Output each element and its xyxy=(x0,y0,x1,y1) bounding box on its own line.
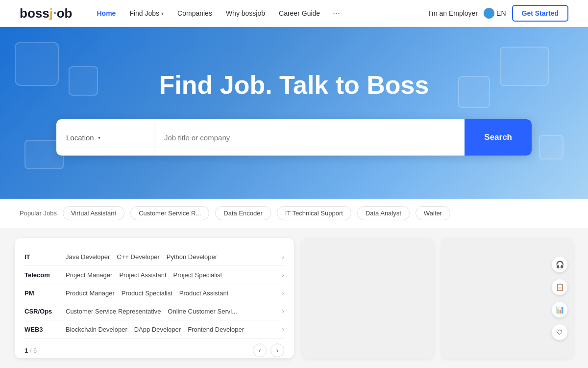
category-link-proj-asst[interactable]: Project Assistant xyxy=(119,271,166,279)
deco-rect-4 xyxy=(458,76,490,108)
category-tag-pm: PM xyxy=(24,289,59,297)
category-row-telecom: Telecom Project Manager Project Assistan… xyxy=(24,266,284,284)
nav-companies[interactable]: Companies xyxy=(172,6,217,20)
globe-icon: 🌐 xyxy=(484,8,494,19)
employer-link[interactable]: I'm an Employer xyxy=(428,9,478,17)
category-tag-csr: CSR/Ops xyxy=(24,308,59,315)
category-link-java[interactable]: Java Developer xyxy=(66,253,110,261)
location-dropdown[interactable]: Location ▾ xyxy=(56,119,154,156)
categories-card: IT Java Developer C++ Developer Python D… xyxy=(15,238,294,358)
popular-jobs-label: Popular Jobs xyxy=(20,210,57,217)
hero-section: Find Job. Talk to Boss Location ▾ Search xyxy=(0,27,588,199)
category-link-prod-mgr[interactable]: Product Manager xyxy=(66,289,115,297)
popular-jobs-bar: Popular Jobs Virtual Assistant Customer … xyxy=(0,199,588,228)
page-indicator: 1 / 6 xyxy=(24,347,37,354)
location-chevron-icon: ▾ xyxy=(98,135,100,140)
category-link-blockchain[interactable]: Blockchain Developer xyxy=(66,326,127,333)
side-icons: 🎧 📋 📊 🛡 xyxy=(552,257,567,340)
category-link-csr-rep[interactable]: Customer Service Representative xyxy=(66,308,161,315)
placeholder-card-1 xyxy=(302,238,434,358)
deco-rect-3 xyxy=(500,47,549,86)
placeholder-card-2: 🎧 📋 📊 🛡 xyxy=(441,238,573,358)
category-link-proj-mgr[interactable]: Project Manager xyxy=(66,271,112,279)
category-link-online-csr[interactable]: Online Customer Servi... xyxy=(168,308,237,315)
nav-find-jobs[interactable]: Find Jobs ▾ xyxy=(124,6,169,20)
popular-tag-3[interactable]: IT Technical Support xyxy=(277,206,351,220)
category-row-it: IT Java Developer C++ Developer Python D… xyxy=(24,248,284,266)
category-arrow-it[interactable]: › xyxy=(282,253,284,261)
category-link-python[interactable]: Python Developer xyxy=(167,253,217,261)
category-arrow-telecom[interactable]: › xyxy=(282,271,284,279)
category-arrow-csr[interactable]: › xyxy=(282,307,284,315)
category-row-web3: WEB3 Blockchain Developer DApp Developer… xyxy=(24,320,284,339)
job-search-input[interactable] xyxy=(154,119,465,156)
popular-tag-0[interactable]: Virtual Assistant xyxy=(63,206,124,220)
location-label: Location xyxy=(66,133,94,142)
card-footer: 1 / 6 ‹ › xyxy=(24,339,284,357)
nav-links: Home Find Jobs ▾ Companies Why bossjob C… xyxy=(92,5,428,22)
pagination-arrows: ‹ › xyxy=(253,343,284,357)
shield-icon[interactable]: 🛡 xyxy=(552,324,567,340)
category-tag-telecom: Telecom xyxy=(24,271,59,279)
category-row-csr: CSR/Ops Customer Service Representative … xyxy=(24,302,284,320)
chevron-down-icon: ▾ xyxy=(161,11,164,16)
category-row-pm: PM Product Manager Product Specialist Pr… xyxy=(24,284,284,302)
search-bar: Location ▾ Search xyxy=(56,119,532,156)
next-page-button[interactable]: › xyxy=(270,343,284,357)
hero-decorations xyxy=(0,27,588,199)
nav-home[interactable]: Home xyxy=(92,6,121,20)
prev-page-button[interactable]: ‹ xyxy=(253,343,267,357)
category-link-frontend[interactable]: Frontend Developer xyxy=(188,326,244,333)
headset-icon[interactable]: 🎧 xyxy=(552,257,567,272)
chart-icon[interactable]: 📊 xyxy=(552,302,567,317)
navbar-right: I'm an Employer 🌐 EN Get Started xyxy=(428,5,568,22)
category-link-dapp[interactable]: DApp Developer xyxy=(134,326,181,333)
document-icon[interactable]: 📋 xyxy=(552,279,567,295)
get-started-button[interactable]: Get Started xyxy=(512,5,568,22)
logo[interactable]: bossj·ob xyxy=(20,5,72,21)
category-arrow-pm[interactable]: › xyxy=(282,289,284,297)
category-link-prod-spec[interactable]: Product Specialist xyxy=(122,289,172,297)
category-tag-web3: WEB3 xyxy=(24,326,59,333)
category-link-cpp[interactable]: C++ Developer xyxy=(117,253,159,261)
category-link-prod-asst[interactable]: Product Assistant xyxy=(179,289,228,297)
nav-more[interactable]: ··· xyxy=(329,5,344,22)
popular-tag-2[interactable]: Data Encoder xyxy=(215,206,271,220)
popular-tag-1[interactable]: Customer Service R... xyxy=(130,206,209,220)
category-tag-it: IT xyxy=(24,253,59,261)
nav-career-guide[interactable]: Career Guide xyxy=(274,6,325,20)
deco-rect-6 xyxy=(539,135,564,159)
popular-tag-4[interactable]: Data Analyst xyxy=(357,206,410,220)
hero-title: Find Job. Talk to Boss xyxy=(159,70,429,100)
search-button[interactable]: Search xyxy=(465,119,532,156)
language-button[interactable]: 🌐 EN xyxy=(484,8,506,19)
navbar: bossj·ob Home Find Jobs ▾ Companies Why … xyxy=(0,0,588,27)
nav-why-bossjob[interactable]: Why bossjob xyxy=(221,6,270,20)
category-link-proj-spec[interactable]: Project Specialist xyxy=(173,271,222,279)
deco-rect-2 xyxy=(69,66,98,96)
deco-rect-1 xyxy=(15,42,59,86)
category-arrow-web3[interactable]: › xyxy=(282,325,284,333)
main-content: IT Java Developer C++ Developer Python D… xyxy=(0,228,588,368)
popular-tag-5[interactable]: Waiter xyxy=(416,206,450,220)
